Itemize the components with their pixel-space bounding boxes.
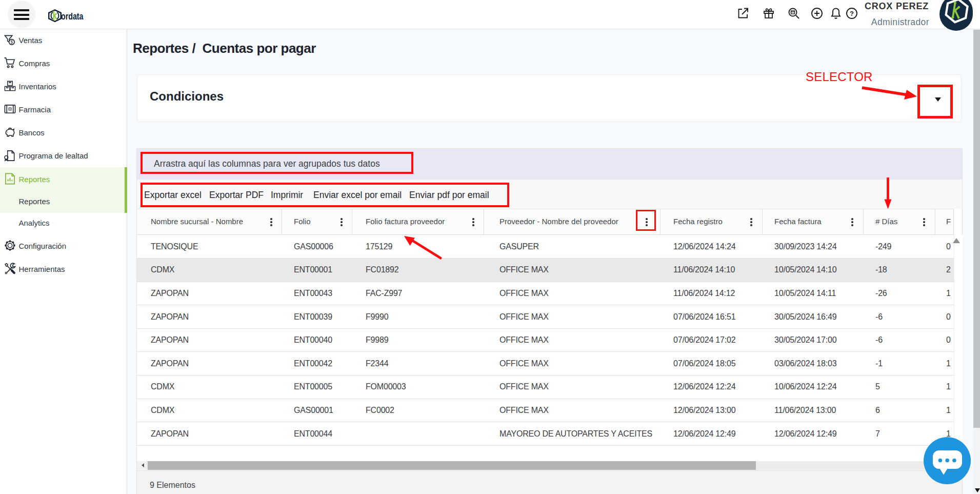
svg-text:ordata: ordata: [61, 11, 84, 22]
svg-text:$: $: [10, 39, 13, 45]
svg-text:?: ?: [850, 10, 854, 17]
